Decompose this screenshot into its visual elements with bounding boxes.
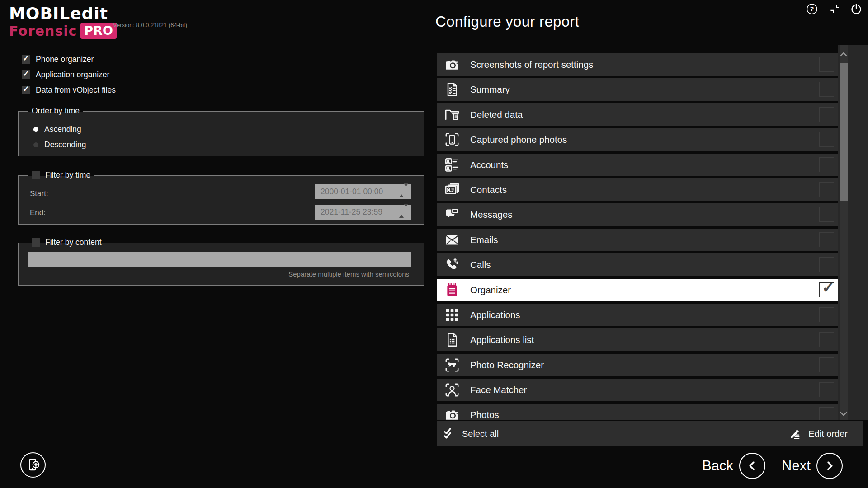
next-button[interactable]: Next bbox=[782, 453, 843, 479]
report-item-row[interactable]: Emails bbox=[437, 229, 838, 251]
spinner-down-icon[interactable] bbox=[404, 204, 408, 215]
contacts-icon bbox=[444, 182, 460, 198]
checkbox-label: Application organizer bbox=[36, 70, 109, 80]
report-item-checkbox[interactable] bbox=[819, 207, 834, 222]
content-filter-input[interactable] bbox=[28, 252, 411, 267]
select-all-icon bbox=[442, 427, 455, 441]
report-item-checkbox[interactable] bbox=[819, 82, 834, 97]
order-by-time-group: Order by time Ascending Descending bbox=[18, 111, 424, 156]
report-item-label: Captured phone photos bbox=[470, 134, 567, 145]
report-list: Screenshots of report settings Summary D… bbox=[437, 53, 838, 420]
header-icons: ? bbox=[806, 3, 863, 15]
report-item-row[interactable]: Deleted data bbox=[437, 103, 838, 126]
end-date-input[interactable] bbox=[315, 205, 411, 220]
report-item-checkbox[interactable] bbox=[819, 232, 834, 247]
scrollbar-thumb[interactable] bbox=[840, 63, 848, 201]
back-button[interactable]: Back bbox=[702, 453, 765, 479]
group-title: Order by time bbox=[28, 106, 83, 116]
screenshots-icon bbox=[444, 56, 460, 73]
chevron-right-icon bbox=[816, 453, 843, 479]
logo-pro-badge: PRO bbox=[80, 23, 117, 39]
report-item-checkbox[interactable] bbox=[819, 57, 834, 72]
report-item-row[interactable]: Summary bbox=[437, 78, 838, 101]
checkbox-checked-icon[interactable] bbox=[22, 55, 30, 64]
page-title: Configure your report bbox=[435, 13, 579, 30]
messages-icon bbox=[444, 206, 460, 223]
report-item-label: Photos bbox=[470, 409, 499, 420]
spinner-down-icon[interactable] bbox=[404, 183, 408, 194]
end-date-field[interactable] bbox=[315, 205, 411, 220]
report-item-label: Deleted data bbox=[470, 109, 523, 120]
applications-list-icon bbox=[444, 332, 460, 348]
checkbox-checked-icon[interactable] bbox=[22, 70, 30, 79]
date-spinner[interactable] bbox=[399, 187, 408, 195]
edit-order-button[interactable]: Edit order bbox=[788, 427, 848, 441]
report-item-row[interactable]: Contacts bbox=[437, 178, 838, 201]
report-item-checkbox[interactable] bbox=[819, 282, 834, 297]
report-item-checkbox[interactable] bbox=[819, 132, 834, 147]
vobject-files-checkbox-row[interactable]: Data from vObject files bbox=[22, 85, 116, 95]
spinner-up-icon[interactable] bbox=[399, 187, 404, 197]
start-date-input[interactable] bbox=[315, 184, 411, 199]
captured-phone-photos-icon bbox=[444, 131, 460, 148]
select-all-button[interactable]: Select all bbox=[442, 427, 499, 441]
radio-unselected-icon[interactable] bbox=[33, 142, 38, 147]
report-item-row[interactable]: Applications bbox=[437, 304, 838, 326]
power-icon[interactable] bbox=[850, 3, 863, 15]
group-title: Filter by time bbox=[28, 170, 94, 180]
content-filter-hint: Separate multiple items with semicolons bbox=[288, 270, 409, 278]
version-text: Version: 8.0.0.21821 (64-bit) bbox=[113, 22, 187, 28]
report-item-row[interactable]: Organizer bbox=[437, 279, 838, 301]
report-item-checkbox[interactable] bbox=[819, 382, 834, 397]
chevron-left-icon bbox=[739, 453, 765, 479]
restore-icon[interactable] bbox=[828, 3, 840, 15]
report-item-row[interactable]: Screenshots of report settings bbox=[437, 53, 838, 76]
applications-icon bbox=[444, 307, 460, 323]
report-item-checkbox[interactable] bbox=[819, 332, 834, 347]
report-item-checkbox[interactable] bbox=[819, 157, 834, 172]
start-date-field[interactable] bbox=[315, 184, 411, 199]
back-label: Back bbox=[702, 458, 733, 474]
report-item-checkbox[interactable] bbox=[819, 107, 834, 122]
spinner-up-icon[interactable] bbox=[399, 207, 404, 218]
report-item-row[interactable]: Calls bbox=[437, 253, 838, 276]
logo-line1: MOBILedit bbox=[9, 5, 117, 23]
phone-organizer-checkbox-row[interactable]: Phone organizer bbox=[22, 55, 94, 64]
report-item-label: Applications bbox=[470, 310, 520, 320]
radio-selected-icon[interactable] bbox=[33, 127, 38, 132]
report-item-row[interactable]: Accounts bbox=[437, 154, 838, 176]
checkbox-checked-icon[interactable] bbox=[22, 86, 30, 94]
add-device-button[interactable] bbox=[20, 452, 46, 478]
report-item-checkbox[interactable] bbox=[819, 307, 834, 322]
report-item-row[interactable]: Applications list bbox=[437, 328, 838, 351]
report-item-checkbox[interactable] bbox=[819, 407, 834, 420]
report-item-row[interactable]: Photo Recognizer bbox=[437, 354, 838, 376]
report-item-checkbox[interactable] bbox=[819, 182, 834, 197]
face-matcher-icon bbox=[444, 382, 460, 398]
report-item-checkbox[interactable] bbox=[819, 357, 834, 372]
edit-order-label: Edit order bbox=[808, 429, 848, 439]
report-item-row[interactable]: Photos bbox=[437, 404, 838, 420]
photo-recognizer-icon bbox=[444, 357, 460, 373]
descending-radio[interactable]: Descending bbox=[33, 140, 86, 150]
accounts-icon bbox=[444, 157, 460, 173]
application-organizer-checkbox-row[interactable]: Application organizer bbox=[22, 70, 109, 80]
filter-by-content-checkbox[interactable] bbox=[32, 238, 40, 247]
scroll-down-icon[interactable] bbox=[838, 409, 849, 418]
report-item-row[interactable]: Face Matcher bbox=[437, 379, 838, 401]
checkbox-label: Phone organizer bbox=[36, 55, 94, 64]
filter-by-time-checkbox[interactable] bbox=[32, 171, 40, 179]
report-item-row[interactable]: Captured phone photos bbox=[437, 128, 838, 151]
scroll-up-icon[interactable] bbox=[838, 51, 849, 59]
report-item-row[interactable]: Messages bbox=[437, 203, 838, 226]
ascending-radio[interactable]: Ascending bbox=[33, 125, 81, 134]
deleted-data-icon bbox=[444, 107, 460, 123]
help-icon[interactable]: ? bbox=[806, 3, 818, 15]
report-item-label: Calls bbox=[470, 259, 491, 270]
report-item-label: Screenshots of report settings bbox=[470, 59, 593, 70]
app-logo: MOBILedit Forensic PRO bbox=[9, 5, 117, 39]
svg-text:?: ? bbox=[810, 5, 814, 13]
report-item-checkbox[interactable] bbox=[819, 257, 834, 272]
date-spinner[interactable] bbox=[399, 207, 408, 215]
add-phone-icon bbox=[25, 457, 41, 473]
